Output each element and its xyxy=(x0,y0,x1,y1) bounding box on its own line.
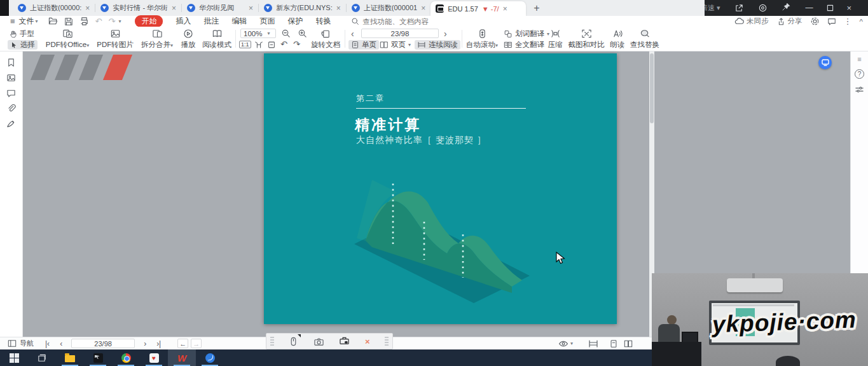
hamburger-menu-icon[interactable]: ≡ xyxy=(10,17,15,26)
continuous-view-button[interactable] xyxy=(588,339,598,348)
auto-scroll-button[interactable]: 自动滚动▾ xyxy=(465,29,499,50)
tab-page[interactable]: 页面 xyxy=(259,16,275,27)
scrollbar-thumb[interactable] xyxy=(650,53,654,123)
pin-icon[interactable] xyxy=(782,3,790,13)
file-menu[interactable]: 文件 xyxy=(19,16,34,27)
share-out-icon[interactable] xyxy=(734,3,744,13)
status-page-indicator[interactable]: 23/98 xyxy=(71,339,135,348)
bookmarks-icon[interactable] xyxy=(6,58,16,67)
browser-tab[interactable]: 上证指数(00000: × xyxy=(13,0,95,16)
zoom-out-button[interactable] xyxy=(281,29,291,38)
tab-convert[interactable]: 转换 xyxy=(315,16,331,27)
next-page-button[interactable]: › xyxy=(444,29,447,39)
navigation-toggle[interactable]: 导航 xyxy=(8,339,34,348)
close-tab-icon[interactable]: × xyxy=(85,4,90,13)
redo-icon[interactable]: ↷ xyxy=(109,17,116,26)
search-box[interactable] xyxy=(351,17,445,25)
full-translate-button[interactable]: 全文翻译 xyxy=(504,40,544,50)
close-window-button[interactable]: × xyxy=(847,0,852,16)
mouse-tool-icon[interactable] xyxy=(289,336,298,347)
playback-speed-label[interactable]: 倍速 xyxy=(705,3,715,13)
help-icon[interactable]: ? xyxy=(855,69,864,79)
start-button[interactable] xyxy=(0,349,28,366)
word-translate-button[interactable]: 划词翻译 ▾ xyxy=(504,29,549,39)
first-page-button[interactable]: |‹ xyxy=(45,339,50,348)
pdf-to-image-button[interactable]: PDF转图片 xyxy=(95,29,135,50)
tab-comment[interactable]: 批注 xyxy=(203,16,219,27)
share-button[interactable]: 分享 xyxy=(776,17,803,26)
tab-home[interactable]: 开始 xyxy=(135,15,163,27)
view-forward-button[interactable]: → xyxy=(191,339,202,348)
minimize-button[interactable]: — xyxy=(806,0,813,16)
fit-width-button[interactable] xyxy=(254,41,263,49)
browser-tab[interactable]: 新东方(EDU.NYS: × xyxy=(259,0,346,16)
capture-float-toolbar[interactable]: × xyxy=(266,333,393,349)
panel-menu-icon[interactable]: ≡ xyxy=(857,55,861,63)
page-indicator-box[interactable]: 23/98 xyxy=(361,29,439,38)
close-tab-icon[interactable]: × xyxy=(503,4,507,13)
rotate-right-icon[interactable]: ↷ xyxy=(293,39,300,49)
double-page-button[interactable]: 双页 ▾ xyxy=(380,40,411,50)
hand-tool[interactable]: 手型 xyxy=(9,29,34,39)
compress-button[interactable]: 压缩 xyxy=(546,29,565,50)
screenshot-icon[interactable] xyxy=(758,3,768,13)
attachment-icon[interactable] xyxy=(6,104,16,113)
sync-status[interactable]: 未同步 xyxy=(734,17,769,26)
save-icon[interactable] xyxy=(64,17,73,26)
browser-tab[interactable]: 华尔街见闻 × xyxy=(182,0,258,16)
read-mode-button[interactable]: 阅读模式 xyxy=(202,29,231,50)
read-aloud-button[interactable]: 朗读 xyxy=(608,29,627,50)
signature-icon[interactable] xyxy=(6,119,16,128)
last-page-button[interactable]: ›| xyxy=(156,339,161,348)
transfer-assistant-badge[interactable] xyxy=(818,56,832,69)
zoom-level-select[interactable]: 100% ▾ xyxy=(240,29,276,38)
thumbnails-icon[interactable] xyxy=(6,73,16,83)
rotate-document-button[interactable]: 旋转文档 xyxy=(310,29,341,50)
tab-protect[interactable]: 保护 xyxy=(287,16,303,27)
comments-icon[interactable] xyxy=(6,88,16,98)
double-page-view-button[interactable] xyxy=(623,339,633,348)
taskbar-wps-active[interactable]: W xyxy=(168,349,196,366)
continuous-read-button[interactable]: 连续阅读 xyxy=(415,40,460,50)
split-merge-button[interactable]: 拆分合并▾ xyxy=(139,29,176,50)
taskbar-file-explorer[interactable] xyxy=(56,349,84,366)
camera-capture-icon[interactable] xyxy=(313,337,324,346)
new-tab-button[interactable]: + xyxy=(534,3,539,14)
browser-tab[interactable]: 上证指数(000001 × xyxy=(347,0,431,16)
close-tab-icon[interactable]: × xyxy=(172,4,176,13)
close-tab-icon[interactable]: × xyxy=(336,4,341,13)
print-icon[interactable] xyxy=(79,17,89,26)
tab-insert[interactable]: 插入 xyxy=(176,16,191,27)
browser-tab[interactable]: 实时行情 - 华尔街 × xyxy=(95,0,181,16)
close-float-toolbar[interactable]: × xyxy=(365,337,370,346)
browser-tab-active[interactable]: EDU 1.57 ▼ -7/ × xyxy=(431,1,526,16)
select-tool[interactable]: 选择 xyxy=(8,40,38,50)
next-page-button[interactable]: › xyxy=(144,339,146,348)
tab-edit[interactable]: 编辑 xyxy=(231,16,247,27)
taskbar-cards-app[interactable]: ♥ xyxy=(140,349,168,366)
fit-page-button[interactable] xyxy=(267,41,276,49)
open-file-icon[interactable] xyxy=(48,17,58,26)
screenshot-compare-button[interactable]: 截图和对比 xyxy=(568,29,604,50)
taskbar-blue-app[interactable] xyxy=(196,349,224,366)
pdf-page[interactable]: 第二章 精准计算 大自然神奇比率［ 斐波那契 ］ xyxy=(264,53,617,324)
eye-protect-button[interactable]: ▾ xyxy=(558,339,573,348)
drag-grip[interactable] xyxy=(385,337,389,346)
taskbar-capture-app[interactable] xyxy=(84,349,112,366)
feedback-comment-icon[interactable] xyxy=(827,17,836,26)
undo-icon[interactable]: ↶ xyxy=(95,17,102,26)
more-options-kebab-icon[interactable]: ⋮ xyxy=(844,17,852,26)
settings-gear-icon[interactable] xyxy=(810,17,820,26)
close-tab-icon[interactable]: × xyxy=(421,4,425,13)
find-replace-button[interactable]: 查找替换 xyxy=(630,29,660,50)
pdf-to-office-button[interactable]: PDF转Office▾ xyxy=(45,29,90,50)
task-view-button[interactable] xyxy=(28,349,56,366)
actual-size-button[interactable]: 1:1 xyxy=(239,41,251,48)
previous-page-button[interactable]: ‹ xyxy=(351,29,354,39)
previous-page-button[interactable]: ‹ xyxy=(60,339,62,348)
search-input[interactable] xyxy=(362,18,445,25)
play-button[interactable]: 播放 xyxy=(179,29,198,50)
single-page-view-button[interactable] xyxy=(609,339,618,348)
view-back-button[interactable]: ← xyxy=(177,339,188,348)
drag-grip[interactable] xyxy=(270,337,274,346)
